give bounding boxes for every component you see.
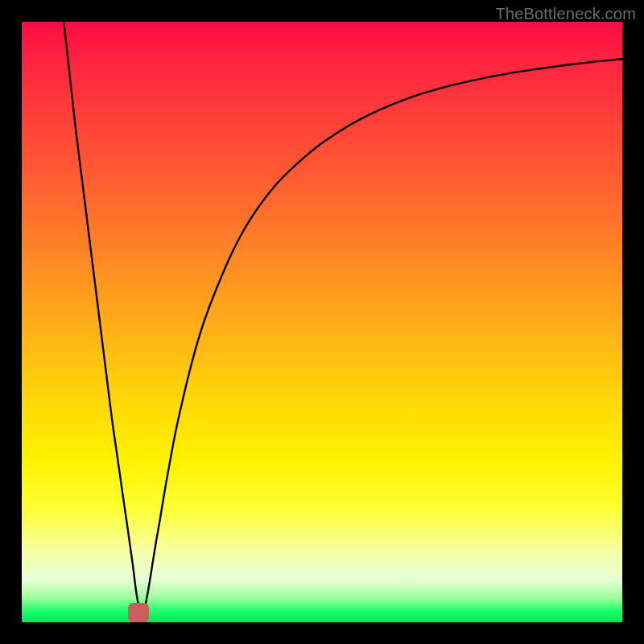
chart-frame: TheBottleneck.com <box>0 0 644 644</box>
bottleneck-curve <box>22 22 622 622</box>
watermark-text: TheBottleneck.com <box>495 5 636 23</box>
plot-area <box>22 22 622 622</box>
optimum-marker <box>128 603 149 622</box>
